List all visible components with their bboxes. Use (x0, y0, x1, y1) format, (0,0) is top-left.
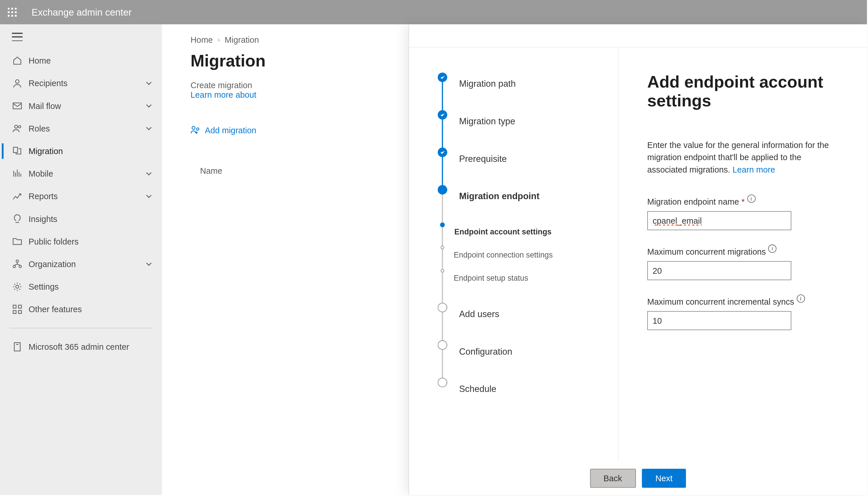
chevron-down-icon (145, 170, 152, 177)
info-icon[interactable]: i (768, 245, 777, 253)
flyout-panel: Migration path Migration type Prerequisi… (408, 24, 867, 495)
field-label-max-incremental: Maximum concurrent incremental syncs (647, 297, 794, 306)
chevron-down-icon (145, 193, 152, 200)
chevron-down-icon (145, 125, 152, 132)
svg-rect-4 (11, 11, 13, 13)
check-icon (438, 110, 447, 120)
sidebar-item-home[interactable]: Home (0, 49, 162, 72)
step-migration-path[interactable]: Migration path (438, 73, 618, 94)
sidebar-item-label: Migration (29, 146, 152, 156)
svg-rect-19 (13, 310, 16, 313)
svg-rect-7 (11, 14, 13, 16)
info-icon[interactable]: i (747, 195, 755, 203)
page-learn-more-link[interactable]: Learn more about (191, 90, 256, 99)
sidebar-item-migration[interactable]: Migration (0, 140, 162, 162)
substep-dot-icon (441, 269, 444, 272)
back-button[interactable]: Back (590, 469, 636, 488)
step-label: Endpoint setup status (454, 269, 528, 287)
svg-rect-6 (8, 14, 9, 16)
current-step-dot-icon (438, 185, 447, 195)
svg-rect-0 (8, 7, 9, 9)
svg-rect-1 (11, 7, 13, 9)
chevron-down-icon (145, 260, 152, 268)
add-migration-icon (191, 125, 200, 135)
nav-toggle-button[interactable] (0, 24, 162, 49)
next-button[interactable]: Next (642, 469, 686, 488)
step-add-users[interactable]: Add users (438, 303, 618, 325)
svg-rect-3 (8, 11, 9, 13)
app-launcher-icon[interactable] (0, 0, 24, 24)
org-icon (12, 259, 23, 269)
max-concurrent-input[interactable] (647, 261, 791, 280)
form-area: Add endpoint account settings Enter the … (618, 48, 867, 462)
step-label: Schedule (459, 378, 496, 400)
field-label-max-concurrent: Maximum concurrent migrations (647, 247, 766, 257)
sidebar-item-label: Organization (29, 259, 145, 269)
chevron-right-icon: › (218, 35, 220, 44)
sidebar-item-roles[interactable]: Roles (0, 117, 162, 140)
person-icon (12, 78, 23, 89)
folder-icon (12, 236, 23, 247)
sidebar-item-label: Home (29, 56, 152, 65)
max-incremental-input[interactable] (647, 311, 791, 330)
pending-step-dot-icon (438, 340, 447, 350)
svg-point-9 (16, 80, 19, 83)
form-description: Enter the value for the general informat… (647, 139, 838, 175)
step-label: Configuration (459, 340, 512, 362)
sidebar-item-label: Roles (29, 124, 145, 133)
step-label: Migration path (459, 73, 516, 94)
sidebar-item-public-folders[interactable]: Public folders (0, 230, 162, 253)
app-title: Exchange admin center (32, 7, 132, 18)
required-indicator: * (741, 197, 745, 206)
info-icon[interactable]: i (796, 294, 805, 303)
substep-dot-icon (441, 246, 444, 249)
check-icon (438, 148, 447, 157)
step-migration-type[interactable]: Migration type (438, 110, 618, 132)
sidebar-item-m365-admin[interactable]: Microsoft 365 admin center (0, 336, 162, 358)
sidebar-item-label: Settings (29, 282, 152, 291)
step-label: Prerequisite (459, 148, 507, 169)
migration-icon (12, 146, 23, 156)
reports-icon (12, 191, 23, 202)
step-migration-endpoint[interactable]: Migration endpoint (438, 185, 618, 207)
svg-point-23 (196, 128, 199, 130)
lightbulb-icon (12, 214, 23, 224)
svg-rect-8 (14, 14, 16, 16)
sidebar-item-label: Other features (29, 305, 152, 314)
gear-icon (12, 281, 23, 292)
sidebar-item-reports[interactable]: Reports (0, 185, 162, 207)
sidebar-item-label: Mail flow (29, 101, 145, 111)
sidebar-item-insights[interactable]: Insights (0, 207, 162, 230)
step-prerequisite[interactable]: Prerequisite (438, 148, 618, 169)
svg-point-11 (14, 125, 17, 128)
pending-step-dot-icon (438, 303, 447, 312)
sidebar-divider (10, 328, 152, 328)
step-configuration[interactable]: Configuration (438, 340, 618, 362)
substep-endpoint-account-settings[interactable]: Endpoint account settings (438, 222, 618, 241)
endpoint-name-input[interactable] (647, 211, 791, 230)
svg-rect-20 (18, 310, 21, 313)
page-desc-text: Create migration (191, 80, 252, 90)
svg-rect-5 (14, 11, 16, 13)
sidebar-item-settings[interactable]: Settings (0, 276, 162, 298)
wizard-stepper: Migration path Migration type Prerequisi… (409, 48, 618, 462)
step-schedule[interactable]: Schedule (438, 378, 618, 400)
sidebar-item-organization[interactable]: Organization (0, 253, 162, 276)
sidebar-item-other-features[interactable]: Other features (0, 298, 162, 321)
sidebar-item-mobile[interactable]: Mobile (0, 162, 162, 185)
step-label: Endpoint connection settings (454, 246, 553, 264)
sidebar-item-recipients[interactable]: Recipients (0, 72, 162, 94)
chevron-down-icon (145, 80, 152, 87)
external-app-icon (12, 341, 23, 352)
sidebar-item-label: Insights (29, 214, 152, 224)
sidebar-item-mailflow[interactable]: Mail flow (0, 94, 162, 117)
substep-endpoint-setup-status[interactable]: Endpoint setup status (438, 269, 618, 287)
svg-rect-10 (13, 103, 21, 109)
form-title: Add endpoint account settings (647, 73, 838, 111)
breadcrumb-home[interactable]: Home (191, 35, 213, 45)
svg-rect-12 (13, 147, 17, 153)
learn-more-link[interactable]: Learn more (733, 165, 775, 174)
svg-rect-17 (13, 305, 16, 308)
substep-endpoint-connection-settings[interactable]: Endpoint connection settings (438, 246, 618, 264)
svg-rect-21 (14, 342, 20, 351)
